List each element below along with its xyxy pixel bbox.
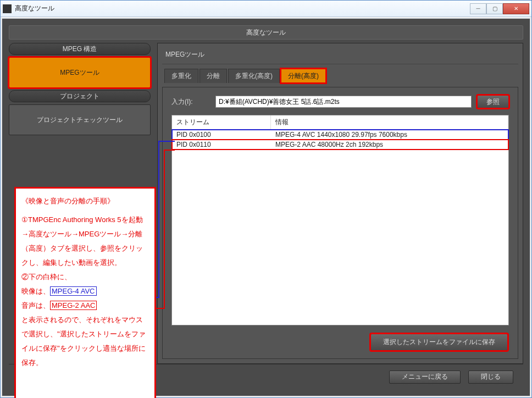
- tab-mux-adv[interactable]: 多重化(高度): [228, 69, 280, 83]
- browse-button[interactable]: 参照: [477, 95, 509, 108]
- main-panel: MPEGツール 多重化 分離 多重化(高度) 分離(高度) 入力(I): 参照: [157, 43, 523, 364]
- tabs: 多重化 分離 多重化(高度) 分離(高度): [162, 69, 518, 83]
- stream-row-video-info: MPEG-4 AVC 1440x1080 29.97fps 7600kbps: [271, 130, 508, 140]
- instruction-video-line: 映像は、MPEG-4 AVC: [21, 284, 149, 298]
- instruction-overlay: 《映像と音声の分離の手順》 ①TMPGEnc Authoring Works 5…: [14, 187, 156, 398]
- sidebar-section-project[interactable]: プロジェクト: [9, 90, 151, 102]
- col-header-info: 情報: [271, 115, 508, 129]
- window-title: 高度なツール: [15, 4, 470, 13]
- sidebar-item-mpeg-tool[interactable]: MPEGツール: [9, 57, 151, 88]
- tab-demux[interactable]: 分離: [199, 69, 227, 83]
- app-window: 高度なツール ─ ▢ ✕ 高度なツール MPEG 構造 MPEGツール プロジェ…: [0, 0, 532, 398]
- input-path-field[interactable]: [215, 96, 472, 108]
- tab-demux-adv[interactable]: 分離(高度): [281, 69, 326, 83]
- stream-row-video[interactable]: PID 0x0100 MPEG-4 AVC 1440x1080 29.97fps…: [172, 130, 508, 140]
- instruction-step2: ②下の白枠に、: [21, 270, 149, 284]
- instruction-audio-line: 音声は、MPEG-2 AAC: [21, 298, 149, 313]
- instruction-audio-label: 音声は、: [21, 301, 50, 309]
- titlebar: 高度なツール ─ ▢ ✕: [1, 1, 531, 17]
- sidebar-item-project-check[interactable]: プロジェクトチェックツール: [9, 104, 151, 135]
- stream-list: ストリーム 情報 PID 0x0100 MPEG-4 AVC 1440x1080…: [171, 115, 509, 325]
- instruction-step1: ①TMPGEnc Authoring Works 5を起動→高度なツール→MPE…: [21, 213, 149, 270]
- stream-header: ストリーム 情報: [172, 115, 508, 130]
- window-buttons: ─ ▢ ✕: [470, 3, 529, 14]
- tab-pane: 入力(I): 参照 ストリーム 情報 PID 0x0100 MPEG-4 AVC…: [162, 87, 518, 359]
- stream-row-video-pid: PID 0x0100: [172, 130, 271, 140]
- stream-row-audio-pid: PID 0x0110: [172, 140, 271, 150]
- tab-mux[interactable]: 多重化: [164, 69, 198, 83]
- body: MPEG 構造 MPEGツール プロジェクト プロジェクトチェックツール MPE…: [9, 43, 523, 364]
- maximize-button[interactable]: ▢: [486, 3, 503, 14]
- instruction-step3: と表示されるので、それぞれをマウスで選択し、"選択したストリームをファイルに保存…: [21, 313, 149, 370]
- save-stream-button[interactable]: 選択したストリームをファイルに保存: [370, 334, 508, 351]
- inner-frame: 高度なツール MPEG 構造 MPEGツール プロジェクト プロジェクトチェック…: [2, 18, 530, 396]
- input-label: 入力(I):: [171, 97, 210, 107]
- sidebar-section-mpeg[interactable]: MPEG 構造: [9, 43, 151, 55]
- instruction-video-codec: MPEG-4 AVC: [50, 286, 97, 296]
- stream-row-audio-info: MPEG-2 AAC 48000Hz 2ch 192kbps: [271, 140, 508, 150]
- col-header-stream: ストリーム: [172, 115, 271, 129]
- back-to-menu-button[interactable]: メニューに戻る: [389, 371, 461, 384]
- footer-close-button[interactable]: 閉じる: [468, 371, 513, 384]
- app-icon: [3, 4, 12, 13]
- panel-title: MPEGツール: [162, 48, 518, 64]
- close-button[interactable]: ✕: [503, 3, 529, 14]
- minimize-button[interactable]: ─: [470, 3, 486, 14]
- save-button-wrap: 選択したストリームをファイルに保存: [370, 334, 508, 351]
- stream-row-audio[interactable]: PID 0x0110 MPEG-2 AAC 48000Hz 2ch 192kbp…: [172, 140, 508, 150]
- instruction-title: 《映像と音声の分離の手順》: [21, 194, 149, 208]
- page-header: 高度なツール: [9, 25, 523, 40]
- instruction-video-label: 映像は、: [21, 287, 50, 295]
- instruction-audio-codec: MPEG-2 AAC: [50, 301, 97, 310]
- input-row: 入力(I): 参照: [171, 95, 509, 108]
